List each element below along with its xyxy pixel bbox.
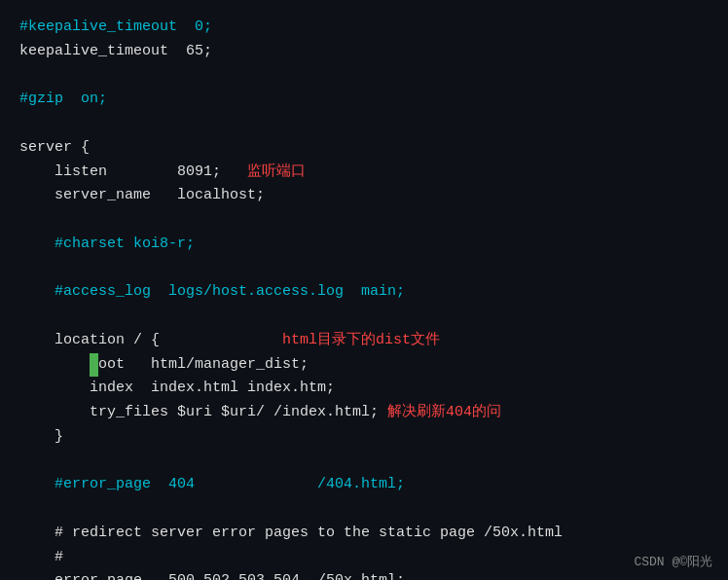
- code-line: #error_page 404 /404.html;: [19, 473, 709, 497]
- code-line: listen 8091; 监听端口: [19, 161, 709, 185]
- code-line: #access_log logs/host.access.log main;: [19, 280, 709, 305]
- code-line: [19, 257, 709, 281]
- code-text: }: [19, 425, 63, 450]
- code-text: [19, 353, 90, 378]
- code-text: keepalive_timeout 65;: [19, 40, 212, 64]
- code-text: # redirect server error pages to the sta…: [19, 522, 563, 546]
- code-text: index index.html index.htm;: [19, 377, 335, 401]
- code-text: #keepalive_timeout 0;: [19, 16, 212, 40]
- code-line: try_files $uri $uri/ /index.html; 解决刷新40…: [19, 401, 709, 425]
- code-line: # redirect server error pages to the sta…: [19, 522, 709, 546]
- code-text: #: [19, 546, 63, 570]
- code-text: [19, 208, 28, 233]
- code-line: #gzip on;: [19, 88, 709, 112]
- code-text: #charset koi8-r;: [19, 233, 195, 257]
- code-line: [19, 497, 709, 522]
- code-text: #access_log logs/host.access.log main;: [19, 280, 405, 305]
- code-text: [19, 497, 28, 522]
- code-line: [19, 450, 709, 474]
- annotation-404-fix: 解决刷新404的问: [387, 401, 501, 425]
- code-line: r oot html/manager_dist;: [19, 353, 709, 378]
- code-text: server {: [19, 136, 90, 161]
- annotation-listen-port: 监听端口: [247, 161, 306, 185]
- code-line: location / { html目录下的dist文件: [19, 329, 709, 353]
- code-line: [19, 64, 709, 89]
- watermark: CSDN @©阳光: [634, 553, 712, 570]
- code-text: error_page 500 502 503 504 /50x.html;: [19, 569, 405, 580]
- code-line: server {: [19, 136, 709, 161]
- code-line: #charset koi8-r;: [19, 233, 709, 257]
- code-line: #: [19, 546, 709, 570]
- code-line: server_name localhost;: [19, 184, 709, 208]
- code-text: location / {: [19, 329, 160, 353]
- code-editor: #keepalive_timeout 0; keepalive_timeout …: [0, 0, 728, 580]
- code-text: [160, 329, 282, 353]
- green-cursor: r: [90, 353, 98, 378]
- code-line: [19, 208, 709, 233]
- code-line: keepalive_timeout 65;: [19, 40, 709, 64]
- code-line: [19, 112, 709, 136]
- code-line: #keepalive_timeout 0;: [19, 16, 709, 40]
- code-text: #gzip on;: [19, 88, 107, 112]
- code-text: #error_page 404 /404.html;: [19, 473, 405, 497]
- code-text: [19, 257, 28, 281]
- code-line: error_page 500 502 503 504 /50x.html;: [19, 569, 709, 580]
- code-text: try_files $uri $uri/ /index.html;: [19, 401, 387, 425]
- code-text: server_name localhost;: [19, 184, 265, 208]
- code-line: [19, 305, 709, 329]
- code-text: listen 8091;: [19, 161, 247, 185]
- code-text: oot html/manager_dist;: [98, 353, 309, 378]
- code-text: [19, 305, 28, 329]
- code-text: [19, 450, 28, 474]
- code-line: index index.html index.htm;: [19, 377, 709, 401]
- code-line: }: [19, 425, 709, 450]
- code-text: [19, 112, 28, 136]
- annotation-html-dist: html目录下的dist文件: [282, 329, 440, 353]
- code-text: [19, 64, 28, 89]
